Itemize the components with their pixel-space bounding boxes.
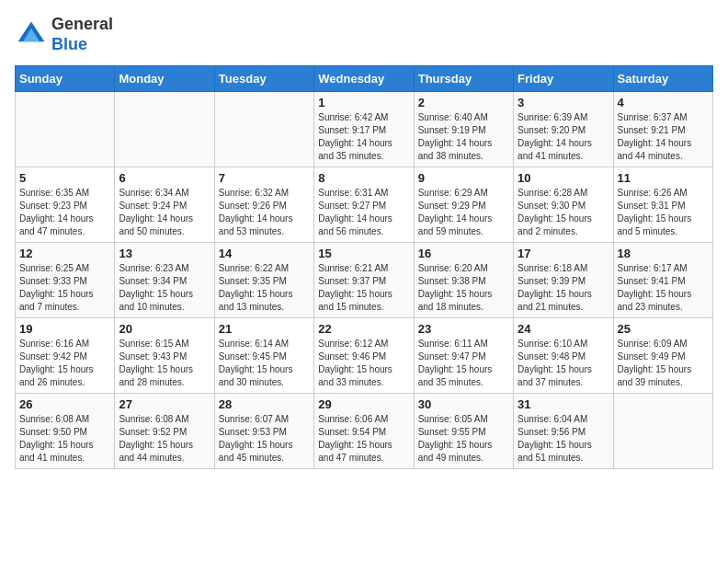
calendar-cell: 6Sunrise: 6:34 AM Sunset: 9:24 PM Daylig… [115, 167, 214, 243]
calendar-cell: 7Sunrise: 6:32 AM Sunset: 9:26 PM Daylig… [214, 167, 313, 243]
calendar-cell: 27Sunrise: 6:08 AM Sunset: 9:52 PM Dayli… [115, 394, 214, 469]
day-info: Sunrise: 6:08 AM Sunset: 9:50 PM Dayligh… [19, 413, 110, 465]
calendar-cell: 19Sunrise: 6:16 AM Sunset: 9:42 PM Dayli… [16, 318, 115, 394]
day-info: Sunrise: 6:21 AM Sunset: 9:37 PM Dayligh… [318, 262, 409, 314]
weekday-header-thursday: Thursday [414, 66, 513, 92]
day-number: 29 [318, 397, 409, 411]
weekday-header-monday: Monday [115, 66, 214, 92]
calendar-cell: 28Sunrise: 6:07 AM Sunset: 9:53 PM Dayli… [214, 394, 313, 469]
calendar-cell [115, 92, 214, 167]
day-number: 18 [618, 247, 709, 260]
day-number: 17 [518, 247, 609, 260]
day-number: 5 [19, 171, 110, 185]
calendar-cell: 14Sunrise: 6:22 AM Sunset: 9:35 PM Dayli… [214, 243, 313, 318]
day-number: 27 [119, 397, 210, 411]
day-info: Sunrise: 6:11 AM Sunset: 9:47 PM Dayligh… [418, 338, 509, 389]
day-number: 13 [119, 247, 210, 260]
day-info: Sunrise: 6:31 AM Sunset: 9:27 PM Dayligh… [318, 187, 409, 238]
day-info: Sunrise: 6:06 AM Sunset: 9:54 PM Dayligh… [318, 413, 409, 465]
calendar-cell: 8Sunrise: 6:31 AM Sunset: 9:27 PM Daylig… [314, 167, 414, 243]
calendar-cell: 4Sunrise: 6:37 AM Sunset: 9:21 PM Daylig… [613, 92, 712, 167]
day-number: 8 [318, 171, 409, 185]
logo: General Blue [15, 15, 113, 54]
day-info: Sunrise: 6:16 AM Sunset: 9:42 PM Dayligh… [19, 338, 110, 389]
day-info: Sunrise: 6:10 AM Sunset: 9:48 PM Dayligh… [518, 338, 609, 389]
day-number: 26 [19, 397, 110, 411]
day-number: 1 [318, 96, 409, 109]
weekday-header-saturday: Saturday [613, 66, 712, 92]
calendar-cell: 24Sunrise: 6:10 AM Sunset: 9:48 PM Dayli… [514, 318, 613, 394]
calendar-cell: 21Sunrise: 6:14 AM Sunset: 9:45 PM Dayli… [214, 318, 313, 394]
day-number: 2 [418, 96, 509, 109]
day-number: 3 [518, 96, 609, 109]
day-number: 21 [219, 322, 310, 336]
week-row-1: 1Sunrise: 6:42 AM Sunset: 9:17 PM Daylig… [16, 92, 713, 167]
day-info: Sunrise: 6:32 AM Sunset: 9:26 PM Dayligh… [219, 187, 310, 238]
page-header: General Blue [15, 15, 713, 54]
day-info: Sunrise: 6:15 AM Sunset: 9:43 PM Dayligh… [119, 338, 210, 389]
calendar-cell [214, 92, 313, 167]
day-info: Sunrise: 6:12 AM Sunset: 9:46 PM Dayligh… [318, 338, 409, 389]
calendar-cell: 13Sunrise: 6:23 AM Sunset: 9:34 PM Dayli… [115, 243, 214, 318]
calendar-cell [613, 394, 712, 469]
week-row-5: 26Sunrise: 6:08 AM Sunset: 9:50 PM Dayli… [16, 394, 713, 469]
day-info: Sunrise: 6:20 AM Sunset: 9:38 PM Dayligh… [418, 262, 509, 314]
weekday-header-wednesday: Wednesday [314, 66, 414, 92]
week-row-2: 5Sunrise: 6:35 AM Sunset: 9:23 PM Daylig… [16, 167, 713, 243]
logo-blue: Blue [51, 35, 87, 53]
day-number: 14 [219, 247, 310, 260]
day-number: 25 [618, 322, 709, 336]
calendar-cell: 2Sunrise: 6:40 AM Sunset: 9:19 PM Daylig… [414, 92, 513, 167]
calendar-cell: 26Sunrise: 6:08 AM Sunset: 9:50 PM Dayli… [16, 394, 115, 469]
day-number: 31 [518, 397, 609, 411]
calendar-cell: 5Sunrise: 6:35 AM Sunset: 9:23 PM Daylig… [16, 167, 115, 243]
logo-general: General [51, 15, 113, 33]
day-info: Sunrise: 6:42 AM Sunset: 9:17 PM Dayligh… [318, 111, 409, 163]
calendar-cell: 12Sunrise: 6:25 AM Sunset: 9:33 PM Dayli… [16, 243, 115, 318]
day-info: Sunrise: 6:07 AM Sunset: 9:53 PM Dayligh… [219, 413, 310, 465]
day-number: 28 [219, 397, 310, 411]
calendar-cell: 15Sunrise: 6:21 AM Sunset: 9:37 PM Dayli… [314, 243, 414, 318]
day-number: 20 [119, 322, 210, 336]
day-info: Sunrise: 6:26 AM Sunset: 9:31 PM Dayligh… [618, 187, 709, 238]
calendar-table: SundayMondayTuesdayWednesdayThursdayFrid… [15, 65, 713, 469]
calendar-cell: 9Sunrise: 6:29 AM Sunset: 9:29 PM Daylig… [414, 167, 513, 243]
calendar-cell: 10Sunrise: 6:28 AM Sunset: 9:30 PM Dayli… [514, 167, 613, 243]
day-number: 7 [219, 171, 310, 185]
calendar-cell: 31Sunrise: 6:04 AM Sunset: 9:56 PM Dayli… [514, 394, 613, 469]
calendar-cell: 3Sunrise: 6:39 AM Sunset: 9:20 PM Daylig… [514, 92, 613, 167]
day-info: Sunrise: 6:37 AM Sunset: 9:21 PM Dayligh… [618, 111, 709, 163]
day-info: Sunrise: 6:14 AM Sunset: 9:45 PM Dayligh… [219, 338, 310, 389]
calendar-cell: 1Sunrise: 6:42 AM Sunset: 9:17 PM Daylig… [314, 92, 414, 167]
day-info: Sunrise: 6:17 AM Sunset: 9:41 PM Dayligh… [618, 262, 709, 314]
calendar-cell: 18Sunrise: 6:17 AM Sunset: 9:41 PM Dayli… [613, 243, 712, 318]
calendar-cell: 16Sunrise: 6:20 AM Sunset: 9:38 PM Dayli… [414, 243, 513, 318]
day-info: Sunrise: 6:09 AM Sunset: 9:49 PM Dayligh… [618, 338, 709, 389]
day-info: Sunrise: 6:35 AM Sunset: 9:23 PM Dayligh… [19, 187, 110, 238]
day-number: 10 [518, 171, 609, 185]
week-row-4: 19Sunrise: 6:16 AM Sunset: 9:42 PM Dayli… [16, 318, 713, 394]
day-number: 19 [19, 322, 110, 336]
week-row-3: 12Sunrise: 6:25 AM Sunset: 9:33 PM Dayli… [16, 243, 713, 318]
day-number: 30 [418, 397, 509, 411]
day-info: Sunrise: 6:34 AM Sunset: 9:24 PM Dayligh… [119, 187, 210, 238]
day-number: 24 [518, 322, 609, 336]
calendar-cell: 11Sunrise: 6:26 AM Sunset: 9:31 PM Dayli… [613, 167, 712, 243]
day-number: 15 [318, 247, 409, 260]
day-info: Sunrise: 6:28 AM Sunset: 9:30 PM Dayligh… [518, 187, 609, 238]
logo-text: General Blue [51, 15, 113, 54]
day-number: 16 [418, 247, 509, 260]
logo-icon [15, 18, 48, 52]
day-number: 23 [418, 322, 509, 336]
day-number: 12 [19, 247, 110, 260]
calendar-cell: 29Sunrise: 6:06 AM Sunset: 9:54 PM Dayli… [314, 394, 414, 469]
day-number: 4 [618, 96, 709, 109]
day-info: Sunrise: 6:05 AM Sunset: 9:55 PM Dayligh… [418, 413, 509, 465]
day-info: Sunrise: 6:25 AM Sunset: 9:33 PM Dayligh… [19, 262, 110, 314]
day-info: Sunrise: 6:22 AM Sunset: 9:35 PM Dayligh… [219, 262, 310, 314]
weekday-header-friday: Friday [514, 66, 613, 92]
calendar-cell [16, 92, 115, 167]
day-number: 22 [318, 322, 409, 336]
day-number: 9 [418, 171, 509, 185]
weekday-header-tuesday: Tuesday [214, 66, 313, 92]
